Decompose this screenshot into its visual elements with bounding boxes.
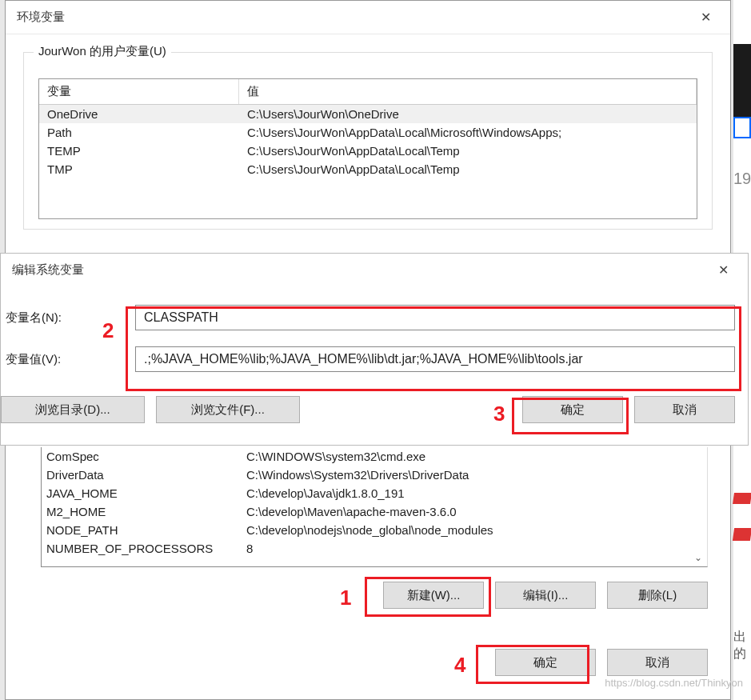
table-row[interactable]: Path C:\Users\JourWon\AppData\Local\Micr… xyxy=(39,123,697,142)
edit-sysvar-dialog: 编辑系统变量 ✕ 变量名(N): 变量值(V): 浏览目录(D)... 浏览文件… xyxy=(0,253,749,446)
var-name: JAVA_HOME xyxy=(42,484,242,502)
browse-dir-button[interactable]: 浏览目录(D)... xyxy=(1,396,145,423)
annotation-number-2: 2 xyxy=(102,318,114,343)
scroll-down-icon[interactable]: ⌄ xyxy=(691,550,705,565)
background-dark xyxy=(733,44,751,128)
var-value: C:\develop\Maven\apache-maven-3.6.0 xyxy=(242,502,707,521)
table-header: 变量 值 xyxy=(39,79,697,105)
delete-button[interactable]: 删除(L) xyxy=(607,582,708,609)
var-name: TMP xyxy=(39,160,239,178)
var-value: C:\Users\JourWon\OneDrive xyxy=(239,105,697,123)
close-icon[interactable]: ✕ xyxy=(710,258,737,282)
edit-button[interactable]: 编辑(I)... xyxy=(495,582,596,609)
var-value: C:\Windows\System32\Drivers\DriverData xyxy=(242,466,707,484)
var-value-label: 变量值(V): xyxy=(4,352,135,367)
background-number: 19 xyxy=(733,165,751,195)
new-button[interactable]: 新建(W)... xyxy=(383,582,484,609)
var-value: C:\WINDOWS\system32\cmd.exe xyxy=(242,447,707,466)
table-row[interactable]: TEMP C:\Users\JourWon\AppData\Local\Temp xyxy=(39,142,697,160)
var-name: DriverData xyxy=(42,466,242,484)
table-row[interactable]: ComSpec C:\WINDOWS\system32\cmd.exe xyxy=(42,447,707,466)
var-value: C:\Users\JourWon\AppData\Local\Microsoft… xyxy=(239,123,697,142)
var-name: TEMP xyxy=(39,142,239,160)
system-vars-button-row: 新建(W)... 编辑(I)... 删除(L) xyxy=(41,582,708,609)
ok-button[interactable]: 确定 xyxy=(522,396,623,423)
table-row[interactable]: NUMBER_OF_PROCESSORS 8 xyxy=(42,539,707,558)
cancel-button[interactable]: 取消 xyxy=(634,396,735,423)
var-name: Path xyxy=(39,123,239,142)
ok-button[interactable]: 确定 xyxy=(495,649,596,676)
table-row[interactable]: M2_HOME C:\develop\Maven\apache-maven-3.… xyxy=(42,502,707,521)
edit-dialog-title: 编辑系统变量 xyxy=(12,262,84,278)
var-name: M2_HOME xyxy=(42,502,242,521)
var-name-input[interactable] xyxy=(135,305,735,330)
var-name: ComSpec xyxy=(42,447,242,466)
background-red-smear-1 xyxy=(733,493,751,504)
env-title-bar: 环境变量 ✕ xyxy=(6,1,730,34)
var-value-row: 变量值(V): xyxy=(4,346,735,372)
edit-title-bar: 编辑系统变量 ✕ xyxy=(1,254,748,286)
edit-button-row: 浏览目录(D)... 浏览文件(F)... 确定 取消 xyxy=(1,396,748,434)
cancel-button[interactable]: 取消 xyxy=(607,649,708,676)
col-header-val: 值 xyxy=(239,79,697,104)
system-vars-table[interactable]: ComSpec C:\WINDOWS\system32\cmd.exe Driv… xyxy=(41,447,708,567)
background-red-smear-2 xyxy=(733,528,751,541)
var-value: 8 xyxy=(242,539,707,558)
var-name: OneDrive xyxy=(39,105,239,123)
col-header-var: 变量 xyxy=(39,79,239,104)
background-blue-box xyxy=(733,117,751,138)
user-vars-group: JourWon 的用户变量(U) 变量 值 OneDrive C:\Users\… xyxy=(23,52,713,230)
var-value: C:\Users\JourWon\AppData\Local\Temp xyxy=(239,160,697,178)
var-name: NUMBER_OF_PROCESSORS xyxy=(42,539,242,558)
table-row[interactable]: DriverData C:\Windows\System32\Drivers\D… xyxy=(42,466,707,484)
var-name-label: 变量名(N): xyxy=(4,310,135,326)
var-value-input[interactable] xyxy=(135,346,735,372)
var-value: C:\develop\nodejs\node_global\node_modul… xyxy=(242,521,707,539)
close-icon[interactable]: ✕ xyxy=(693,5,719,30)
table-row[interactable]: TMP C:\Users\JourWon\AppData\Local\Temp xyxy=(39,160,697,178)
user-vars-legend: JourWon 的用户变量(U) xyxy=(34,44,171,59)
var-name: NODE_PATH xyxy=(42,521,242,539)
background-text: 出的 xyxy=(733,629,751,662)
table-spacer xyxy=(39,178,697,218)
var-value: C:\Users\JourWon\AppData\Local\Temp xyxy=(239,142,697,160)
table-row[interactable]: OneDrive C:\Users\JourWon\OneDrive xyxy=(39,105,697,123)
annotation-number-3: 3 xyxy=(493,402,505,426)
env-dialog-title: 环境变量 xyxy=(17,10,65,25)
var-value: C:\develop\Java\jdk1.8.0_191 xyxy=(242,484,707,502)
env-dialog-button-row: 确定 取消 xyxy=(41,649,708,676)
annotation-number-1: 1 xyxy=(340,586,351,610)
browse-file-button[interactable]: 浏览文件(F)... xyxy=(156,396,300,423)
user-vars-table[interactable]: 变量 值 OneDrive C:\Users\JourWon\OneDrive … xyxy=(38,78,697,219)
annotation-number-4: 4 xyxy=(454,653,465,678)
watermark: https://blog.csdn.net/Thinkyon xyxy=(605,677,743,689)
table-row[interactable]: JAVA_HOME C:\develop\Java\jdk1.8.0_191 xyxy=(42,484,707,502)
table-row[interactable]: NODE_PATH C:\develop\nodejs\node_global\… xyxy=(42,521,707,539)
env-dialog-lower: ComSpec C:\WINDOWS\system32\cmd.exe Driv… xyxy=(5,444,731,700)
